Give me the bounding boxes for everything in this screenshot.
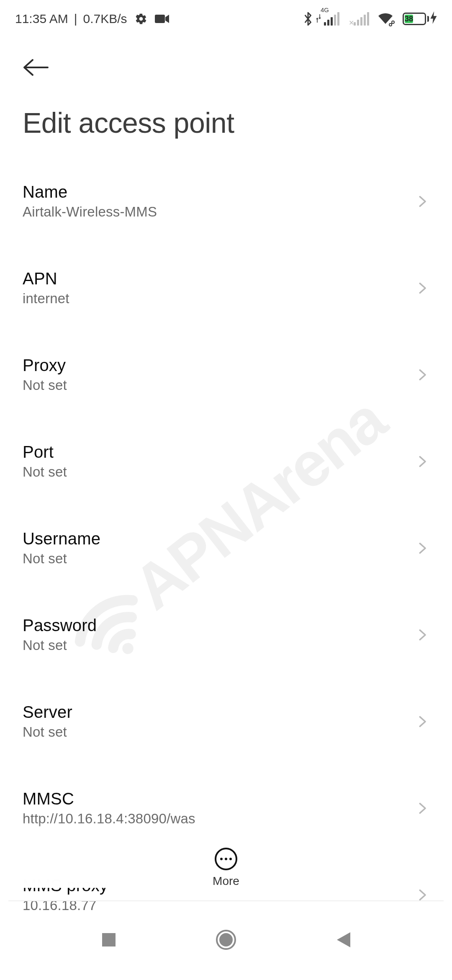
- sig-bar: [331, 17, 333, 26]
- nav-recent-button[interactable]: [92, 924, 126, 957]
- chevron-right-icon: [415, 628, 429, 642]
- signal-2: ✕: [354, 12, 369, 26]
- chevron-right-icon: [415, 541, 429, 555]
- sig-bar: [364, 15, 366, 26]
- sig-bar: [337, 12, 339, 26]
- battery-cap: [427, 16, 429, 22]
- chevron-right-icon: [415, 888, 429, 902]
- row-name[interactable]: Name Airtalk-Wireless-MMS: [23, 164, 429, 238]
- row-title: MMSC: [23, 789, 415, 808]
- row-username[interactable]: Username Not set: [23, 511, 429, 585]
- row-value: Not set: [23, 551, 415, 567]
- row-password[interactable]: Password Not set: [23, 598, 429, 672]
- signal-updown-icon: [316, 11, 321, 26]
- row-server[interactable]: Server Not set: [23, 684, 429, 758]
- row-title: Name: [23, 183, 415, 201]
- row-value: Not set: [23, 464, 415, 480]
- svg-rect-4: [102, 933, 116, 946]
- sig-bar: [360, 17, 362, 26]
- wifi-link-icon: [388, 20, 395, 27]
- row-value: Not set: [23, 724, 415, 740]
- status-left: 11:35 AM | 0.7KB/s: [15, 12, 169, 26]
- chevron-right-icon: [415, 714, 429, 729]
- signal-x-icon: ✕: [349, 19, 354, 27]
- row-title: Port: [23, 443, 415, 462]
- battery-body: 38: [403, 13, 426, 25]
- signal-4g-label: 4G: [321, 6, 329, 13]
- status-right: 4G ✕ 38: [303, 11, 437, 26]
- sig-bar: [324, 22, 326, 26]
- triangle-left-icon: [335, 931, 351, 950]
- camera-icon: [155, 14, 169, 24]
- gear-icon: [135, 13, 147, 25]
- nav-back-button[interactable]: [326, 924, 360, 957]
- battery-pct: 38: [405, 15, 413, 23]
- row-title: Server: [23, 703, 415, 722]
- row-proxy[interactable]: Proxy Not set: [23, 338, 429, 412]
- row-port[interactable]: Port Not set: [23, 424, 429, 498]
- more-button[interactable]: More: [213, 848, 239, 888]
- sig-bar: [367, 12, 369, 26]
- row-title: Password: [23, 616, 415, 635]
- arrow-left-icon: [23, 58, 49, 78]
- row-title: APN: [23, 269, 415, 288]
- chevron-right-icon: [415, 194, 429, 209]
- more-area: More: [0, 821, 452, 888]
- header: Edit access point: [0, 54, 452, 139]
- status-sep: |: [72, 12, 79, 26]
- more-label: More: [213, 874, 239, 888]
- signal-1: 4G: [321, 12, 339, 26]
- svg-rect-1: [155, 15, 165, 23]
- row-value: internet: [23, 291, 415, 307]
- status-bar: 11:35 AM | 0.7KB/s 4G ✕: [0, 0, 452, 38]
- row-value: Not set: [23, 377, 415, 393]
- chevron-right-icon: [415, 454, 429, 469]
- svg-point-6: [219, 933, 233, 946]
- wifi-icon: [378, 13, 393, 25]
- battery-indicator: 38: [403, 11, 437, 26]
- battery-fill: 38: [405, 15, 413, 23]
- row-title: Proxy: [23, 356, 415, 375]
- chevron-right-icon: [415, 801, 429, 815]
- row-title: Username: [23, 529, 415, 548]
- charging-bolt-icon: [430, 11, 437, 26]
- circle-icon: [216, 929, 236, 952]
- sig-bar: [334, 15, 336, 26]
- square-icon: [101, 932, 116, 949]
- status-time: 11:35 AM: [15, 12, 68, 26]
- chevron-right-icon: [415, 368, 429, 382]
- status-net-speed: 0.7KB/s: [83, 12, 127, 26]
- chevron-right-icon: [415, 281, 429, 295]
- nav-home-button[interactable]: [209, 924, 243, 957]
- bluetooth-icon: [303, 11, 313, 26]
- nav-bar: [0, 901, 452, 980]
- sig-bar: [327, 20, 329, 26]
- row-value: Not set: [23, 637, 415, 653]
- back-button[interactable]: [23, 54, 52, 83]
- page-title: Edit access point: [23, 106, 429, 139]
- row-value: Airtalk-Wireless-MMS: [23, 204, 415, 220]
- more-icon: [215, 848, 237, 870]
- row-apn[interactable]: APN internet: [23, 251, 429, 325]
- sig-bar: [357, 20, 359, 26]
